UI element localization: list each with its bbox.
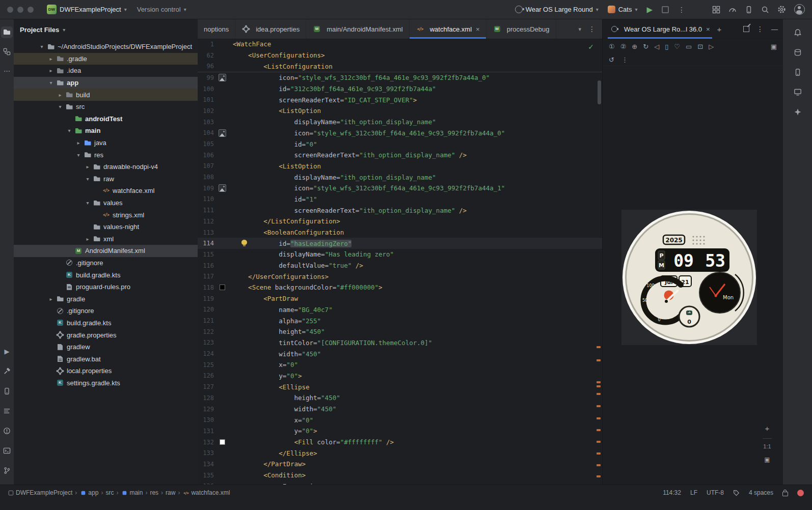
warning-stripe-mark[interactable]: [597, 359, 601, 361]
code-line-103[interactable]: 103 displayName="ith_option_display_name…: [198, 117, 602, 128]
warning-stripe-mark[interactable]: [597, 452, 601, 455]
code-line-117[interactable]: 117 </UserConfigurations>: [198, 271, 602, 282]
chevron-down-icon[interactable]: ▾: [83, 200, 92, 206]
tree-item-idea[interactable]: ▸.idea: [14, 65, 198, 77]
chevron-right-icon[interactable]: ▸: [56, 92, 65, 98]
tree-item-build[interactable]: ▸build: [14, 89, 198, 101]
code-line-120[interactable]: 120 name="BG_40c7": [198, 304, 602, 316]
tree-item-app[interactable]: ▾app: [14, 77, 198, 89]
camera-icon[interactable]: ⊡: [697, 43, 703, 50]
chevron-down-icon[interactable]: ▾: [83, 176, 92, 182]
tree-item-build-gradle-kts[interactable]: build.gradle.kts: [14, 317, 198, 329]
zoom-in-button[interactable]: +: [762, 422, 773, 434]
device-selector[interactable]: Wear OS Large Round ▾: [515, 6, 599, 13]
code-line-135[interactable]: 135 <Condition>: [198, 470, 602, 481]
code-line-112[interactable]: 112 </ListConfiguration>: [198, 216, 602, 227]
add-icon[interactable]: ⊕: [632, 43, 637, 50]
project-tool-button[interactable]: [0, 22, 14, 42]
tree-item-androidmanifest-xml[interactable]: AndroidManifest.xml: [14, 245, 198, 257]
code-line-107[interactable]: 107 <ListOption: [198, 161, 602, 172]
layout-inspector-icon[interactable]: [712, 6, 720, 14]
tree-item-main[interactable]: ▾main: [14, 125, 198, 137]
code-line-136[interactable]: 136 <Expressions>: [198, 481, 602, 485]
run-configuration-selector[interactable]: Cats ▾: [608, 6, 638, 13]
code-line-133[interactable]: 133 </Ellipse>: [198, 447, 602, 459]
code-line-106[interactable]: 106 screenReaderText="ith_option_display…: [198, 150, 602, 161]
warning-stripe-mark[interactable]: [597, 429, 601, 431]
tree-item-gradle[interactable]: ▸.gradle: [14, 53, 198, 65]
code-line-100[interactable]: 100 id="312c30bf_f64a_461e_9c93_992f2fb7…: [198, 83, 602, 95]
message-icon[interactable]: ▭: [686, 43, 692, 50]
code-line-128[interactable]: 128 height="450": [198, 392, 602, 404]
code-line-121[interactable]: 121 alpha="255": [198, 315, 602, 326]
tab-idea-properties[interactable]: idea.properties: [235, 19, 306, 39]
breadcrumb-item-raw[interactable]: raw: [166, 489, 175, 496]
breadcrumb-item-watchface-xml[interactable]: watchface.xml: [182, 489, 230, 497]
code-line-125[interactable]: 125 x="0": [198, 359, 602, 371]
code-line-96[interactable]: 96 <ListConfiguration: [198, 61, 602, 72]
breadcrumb-item-res[interactable]: res: [150, 489, 158, 496]
terminal-tool-button[interactable]: [0, 441, 14, 461]
breadcrumb-item-dwfexampleproject[interactable]: DWFExampleProject: [7, 489, 72, 497]
chevron-right-icon[interactable]: ▸: [83, 164, 92, 169]
device-tab[interactable]: Wear OS Large Ro...l 36.0 ×: [608, 19, 712, 39]
tree-item-gitignore[interactable]: .gitignore: [14, 305, 198, 317]
warning-stripe-mark[interactable]: [597, 381, 601, 383]
code-line-113[interactable]: 113 <BooleanConfiguration: [198, 227, 602, 238]
chevron-right-icon[interactable]: ▸: [46, 56, 56, 62]
tag-icon[interactable]: [733, 490, 740, 496]
device-mirror-icon[interactable]: [745, 6, 753, 14]
project-panel-header[interactable]: Project Files ▾: [14, 19, 198, 40]
tree-item-strings-xml[interactable]: strings.xml: [14, 209, 198, 221]
warning-stripe-mark[interactable]: [597, 405, 601, 407]
warning-stripe-mark[interactable]: [597, 441, 601, 443]
chevron-right-icon[interactable]: ▸: [46, 296, 56, 302]
breadcrumb-item-main[interactable]: main: [121, 489, 143, 497]
editor-scrollbar-thumb[interactable]: [598, 80, 601, 104]
search-icon[interactable]: [761, 6, 769, 14]
chevron-right-icon[interactable]: ▸: [83, 236, 92, 242]
cursor-position[interactable]: 114:32: [663, 489, 681, 496]
code-line-129[interactable]: 129 width="450": [198, 404, 602, 415]
code-line-99[interactable]: 99 icon="style_wfs_312c30bf_f64a_461e_9c…: [198, 72, 602, 83]
code-line-114[interactable]: 114 id="hasLeadingZero": [198, 238, 602, 249]
chevron-down-icon[interactable]: ▾: [56, 104, 65, 109]
tree-item-gradlew-bat[interactable]: gradlew.bat: [14, 353, 198, 365]
notifications-bell-button[interactable]: [783, 22, 812, 42]
minimize-window-button[interactable]: [17, 7, 23, 13]
code-line-109[interactable]: 109 icon="style_wfs_312c30bf_f64a_461e_9…: [198, 183, 602, 194]
maximize-window-button[interactable]: [28, 7, 34, 13]
tree-item-gradle-properties[interactable]: gradle.properties: [14, 329, 198, 341]
chevron-right-icon[interactable]: ▸: [46, 68, 56, 73]
warning-stripe-mark[interactable]: [597, 417, 601, 419]
code-line-124[interactable]: 124 width="450": [198, 348, 602, 359]
vcs-menu[interactable]: Version control ▾: [137, 6, 186, 13]
tree-item-androidtest[interactable]: androidTest: [14, 113, 198, 125]
reset-icon[interactable]: ↺: [609, 56, 614, 64]
code-line-119[interactable]: 119 <PartDraw: [198, 293, 602, 304]
running-devices-button[interactable]: [783, 82, 812, 102]
more-icon[interactable]: ⋮: [621, 56, 628, 64]
code-line-122[interactable]: 122 height="450": [198, 326, 602, 337]
gradle-tool-button[interactable]: [783, 42, 812, 62]
code-line-132[interactable]: 132 <Fill color="#ffffffff" />: [198, 437, 602, 448]
lock-icon[interactable]: [782, 492, 788, 496]
add-device-tab-button[interactable]: +: [717, 25, 722, 34]
close-window-button[interactable]: [7, 7, 13, 13]
panel-options-button[interactable]: ⋮: [756, 25, 764, 33]
code-line-102[interactable]: 102 <ListOption: [198, 105, 602, 117]
code-line-104[interactable]: 104 icon="style_wfs_312c30bf_f64a_461e_9…: [198, 128, 602, 139]
indent-setting[interactable]: 4 spaces: [749, 489, 773, 496]
back-icon[interactable]: ◁: [654, 43, 659, 50]
settings-gear-icon[interactable]: [777, 5, 786, 14]
more-actions-button[interactable]: ⋮: [678, 6, 686, 14]
zoom-level[interactable]: 1:1: [763, 443, 771, 449]
tree-item-drawable-nodpi-v4[interactable]: ▸drawable-nodpi-v4: [14, 161, 198, 173]
device-explorer-tool-button[interactable]: [0, 381, 14, 401]
editor-body[interactable]: 1<WatchFace62 <UserConfigurations>96 <Li…: [198, 39, 602, 485]
user-avatar[interactable]: [794, 4, 805, 15]
inspections-ok-icon[interactable]: ✓: [588, 43, 594, 51]
chevron-down-icon[interactable]: ▾: [37, 44, 46, 49]
intention-bulb-icon[interactable]: [241, 240, 247, 245]
tree-item-values[interactable]: ▾values: [14, 197, 198, 209]
